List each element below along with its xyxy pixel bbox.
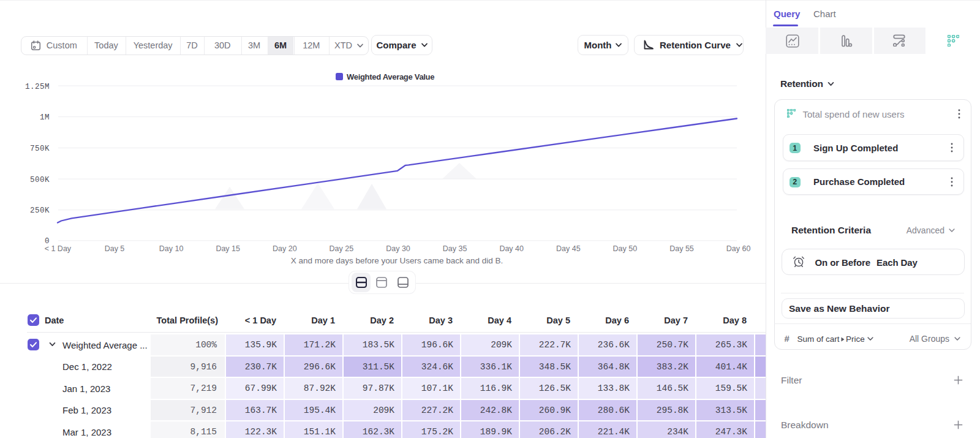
svg-text:Day 55: Day 55 bbox=[669, 244, 694, 253]
svg-text:Day 5: Day 5 bbox=[105, 244, 125, 253]
svg-text:Day 40: Day 40 bbox=[499, 244, 524, 253]
svg-text:Day 15: Day 15 bbox=[216, 244, 240, 253]
svg-text:250K: 250K bbox=[30, 206, 50, 215]
svg-text:Day 60: Day 60 bbox=[726, 244, 751, 253]
svg-text:Day 35: Day 35 bbox=[443, 244, 467, 253]
svg-text:Day 20: Day 20 bbox=[273, 244, 297, 253]
svg-text:750K: 750K bbox=[30, 145, 50, 153]
svg-text:Day 45: Day 45 bbox=[556, 244, 581, 253]
svg-text:500K: 500K bbox=[30, 176, 50, 184]
svg-text:Day 10: Day 10 bbox=[159, 244, 184, 253]
svg-text:1.25M: 1.25M bbox=[25, 83, 50, 91]
svg-text:< 1 Day: < 1 Day bbox=[45, 244, 72, 253]
svg-text:1M: 1M bbox=[40, 113, 50, 122]
svg-text:Day 30: Day 30 bbox=[386, 244, 410, 253]
svg-text:Day 50: Day 50 bbox=[613, 244, 638, 253]
svg-text:Day 25: Day 25 bbox=[330, 244, 354, 253]
